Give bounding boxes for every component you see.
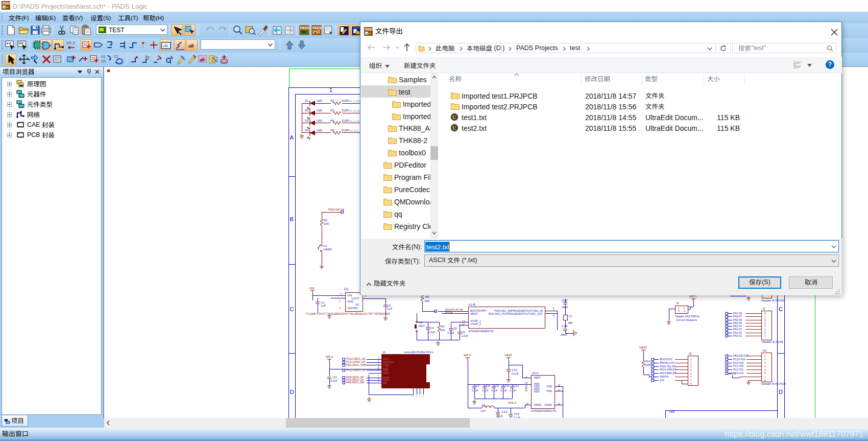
svg-text:5: 5 [553, 307, 554, 310]
svg-text:C6: C6 [461, 331, 465, 334]
svg-text:LED: LED [317, 129, 322, 132]
svg-text:510R: 510R [342, 109, 349, 112]
svg-text:VBATIN: VBATIN [660, 375, 669, 378]
svg-text:1: 1 [678, 307, 680, 310]
svg-text:K2: K2 [419, 321, 423, 324]
svg-text:7: 7 [690, 379, 692, 382]
svg-text:A: A [290, 134, 294, 141]
svg-text:C: C [779, 306, 783, 312]
svg-text:VBAT: VBAT [639, 346, 647, 349]
svg-text:2: 2 [690, 362, 692, 364]
svg-text:PA15-YEL-P5: PA15-YEL-P5 [660, 365, 676, 368]
svg-text:U1.1: U1.1 [66, 40, 75, 45]
svg-text:b: b [171, 55, 173, 60]
svg-text:Header 8-X17X24: Header 8-X17X24 [761, 382, 786, 385]
svg-text:PA4-X5: PA4-X5 [733, 321, 742, 324]
svg-text:R1: R1 [324, 219, 328, 222]
svg-text:3: 3 [764, 329, 766, 331]
svg-text:C11: C11 [504, 384, 510, 387]
svg-text:STM32F405RGT6: STM32F405RGT6 [531, 409, 557, 412]
svg-text:K1: K1 [323, 244, 327, 247]
svg-text:microSD-PUSH-PULL: microSD-PUSH-PULL [404, 351, 434, 354]
svg-text:7: 7 [764, 316, 766, 318]
svg-text:C13: C13 [514, 384, 519, 387]
svg-text:GND: GND [383, 372, 389, 375]
svg-text:PADS: PADS [312, 26, 322, 30]
svg-text:VDD: VDD [534, 390, 540, 393]
svg-text:D1: D1 [305, 99, 308, 102]
svg-text:C: C [290, 306, 294, 312]
svg-text:5: 5 [764, 322, 766, 324]
svg-text:4: 4 [764, 325, 766, 328]
svg-text:PA14-GRN-P4: PA14-GRN-P4 [660, 368, 677, 371]
svg-text:1: 1 [764, 355, 766, 357]
svg-text:CMD: CMD [383, 364, 389, 367]
svg-text:PA6-X7: PA6-X7 [733, 315, 742, 318]
svg-text:18pF: 18pF [561, 333, 567, 336]
svg-text:R5: R5 [330, 129, 334, 132]
svg-text:3: 3 [378, 363, 379, 365]
svg-text:J1: J1 [382, 351, 386, 354]
svg-text:1: 1 [764, 335, 766, 337]
svg-text:PADS: PADS [365, 28, 373, 31]
svg-text:C10: C10 [501, 410, 508, 413]
svg-text:0.1uF: 0.1uF [512, 372, 519, 375]
svg-text:Header 2X2-P9P10: Header 2X2-P9P10 [675, 315, 700, 318]
svg-text:ab: ab [188, 42, 195, 49]
svg-text:D4: D4 [305, 129, 309, 132]
svg-text:SW: SW [383, 381, 387, 384]
svg-text:RST: RST [419, 324, 425, 328]
svg-text:PD2-SDIO_CMD: PD2-SDIO_CMD [346, 363, 367, 366]
svg-text:2: 2 [416, 395, 418, 398]
svg-text:J10: J10 [762, 349, 766, 352]
svg-text:8M: 8M [568, 321, 572, 324]
svg-text:510R: 510R [342, 129, 349, 132]
svg-text:D2: D2 [305, 109, 308, 112]
svg-text:10K: 10K [324, 222, 329, 225]
svg-text:1: 1 [339, 306, 341, 309]
svg-text:NRST: NRST [470, 312, 478, 315]
svg-text:PB3-SW-X17: PB3-SW-X17 [733, 354, 749, 357]
svg-text:LED: LED [317, 99, 322, 102]
svg-text:VIN: VIN [309, 287, 314, 290]
svg-text:FLD: FLD [222, 60, 227, 63]
svg-text:64: 64 [525, 389, 528, 392]
svg-text:W5.3: W5.3 [464, 354, 471, 357]
svg-text:R2: R2 [330, 99, 334, 102]
svg-text:AVS.3: AVS.3 [729, 372, 736, 375]
svg-text:VSS: VSS [546, 389, 552, 392]
svg-text:6: 6 [553, 314, 554, 317]
svg-text:2.2uF: 2.2uF [472, 389, 478, 392]
svg-text:3: 3 [690, 365, 692, 368]
svg-text:Header 8-X1X8: Header 8-X1X8 [762, 340, 783, 343]
svg-text:1uF: 1uF [387, 307, 393, 310]
svg-text:B: B [290, 216, 294, 222]
svg-text:4: 4 [378, 366, 379, 368]
svg-text:2.2uF: 2.2uF [330, 379, 338, 382]
svg-text:RST#: RST# [445, 311, 453, 314]
svg-text:PC0-X19: PC0-X19 [733, 361, 744, 364]
svg-text:Y1: Y1 [568, 315, 572, 318]
svg-text:VIN: VIN [660, 379, 664, 382]
svg-text:U: U [452, 114, 456, 120]
svg-text:PADS: PADS [3, 2, 10, 5]
svg-text:2: 2 [684, 307, 685, 310]
svg-text:PA3-X4: PA3-X4 [733, 324, 742, 328]
svg-text:220R: 220R [645, 363, 651, 366]
svg-text:C16: C16 [562, 324, 568, 328]
svg-text:C14: C14 [514, 412, 520, 415]
svg-text:9: 9 [378, 380, 379, 383]
svg-text:4: 4 [690, 369, 692, 372]
svg-text:U: U [452, 125, 456, 131]
svg-text:U1: U1 [344, 287, 349, 291]
svg-text:C12: C12 [512, 368, 518, 372]
svg-text:PC15-X18: PC15-X18 [733, 358, 745, 361]
svg-text:1: 1 [329, 87, 332, 93]
svg-text:4: 4 [684, 310, 685, 313]
svg-text:4: 4 [764, 365, 766, 368]
svg-text:47: 47 [462, 323, 465, 326]
svg-text:6: 6 [764, 319, 766, 321]
svg-text:1: 1 [378, 357, 379, 359]
svg-text:PC12-SDIO_CK: PC12-SDIO_CK [346, 368, 366, 372]
svg-text:3.1: 3.1 [462, 320, 466, 322]
